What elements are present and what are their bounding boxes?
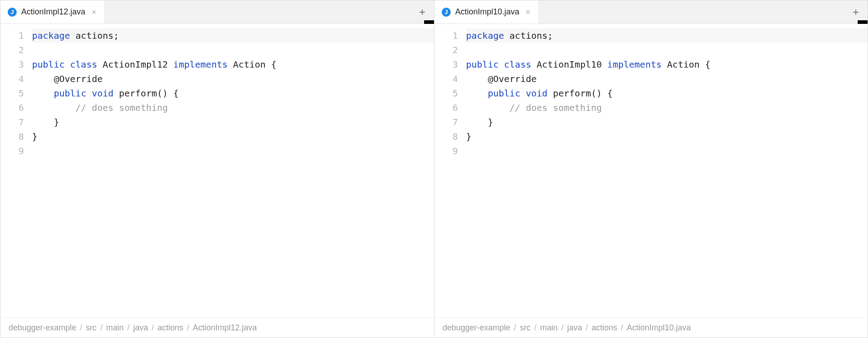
code-line[interactable] — [32, 43, 434, 57]
tab-filename: ActionImpl12.java — [21, 7, 85, 17]
token: public void — [488, 88, 553, 99]
breadcrumb-separator: / — [514, 323, 516, 333]
line-number: 3 — [0, 57, 24, 72]
token: } — [466, 131, 471, 142]
code-editor[interactable]: 123456789package actions;public class Ac… — [434, 24, 868, 318]
editor-tab[interactable]: JActionImpl10.java× — [434, 0, 539, 23]
code-line[interactable]: public class ActionImpl10 implements Act… — [466, 57, 868, 72]
line-number: 6 — [0, 100, 24, 115]
token: ActionImpl10 — [537, 59, 608, 70]
breadcrumb-segment[interactable]: main — [106, 323, 124, 333]
token: implements — [173, 59, 233, 70]
breadcrumb-separator: / — [152, 323, 154, 333]
breadcrumb: debugger-example/src/main/java/actions/A… — [0, 318, 434, 338]
breadcrumb-segment[interactable]: debugger-example — [443, 323, 510, 333]
code-line[interactable]: // does something — [32, 100, 434, 115]
code-area[interactable]: package actions;public class ActionImpl1… — [466, 28, 868, 318]
breadcrumb-separator: / — [187, 323, 189, 333]
line-number: 5 — [434, 86, 458, 100]
code-line[interactable]: } — [32, 129, 434, 144]
editor-pane: JActionImpl10.java×+123456789package act… — [434, 0, 868, 338]
token: @Override — [32, 73, 103, 84]
token: public void — [54, 88, 119, 99]
code-line[interactable]: public void perform() { — [32, 86, 434, 100]
token: // does something — [75, 102, 168, 113]
token: } — [32, 117, 59, 128]
line-number: 7 — [434, 115, 458, 129]
breadcrumb-separator: / — [80, 323, 82, 333]
code-line[interactable]: package actions; — [32, 28, 434, 43]
token: } — [466, 117, 493, 128]
token: ActionImpl12 — [103, 59, 174, 70]
token — [32, 102, 75, 113]
token: @Override — [466, 73, 537, 84]
token: actions; — [75, 30, 119, 41]
breadcrumb-segment[interactable]: actions — [591, 323, 617, 333]
token: perform() { — [553, 88, 613, 99]
token: package — [466, 30, 509, 41]
breadcrumb-segment[interactable]: main — [540, 323, 558, 333]
line-number: 8 — [0, 129, 24, 144]
line-number: 4 — [434, 72, 458, 86]
token: actions; — [509, 30, 553, 41]
token: } — [32, 131, 37, 142]
token — [466, 88, 488, 99]
breadcrumb-separator: / — [100, 323, 102, 333]
code-line[interactable]: @Override — [32, 72, 434, 86]
close-icon[interactable]: × — [524, 8, 531, 16]
token: public class — [466, 59, 537, 70]
breadcrumb-separator: / — [586, 323, 588, 333]
code-area[interactable]: package actions;public class ActionImpl1… — [32, 28, 434, 318]
line-gutter: 123456789 — [434, 28, 466, 318]
token: perform() { — [119, 88, 179, 99]
line-number: 3 — [434, 57, 458, 72]
line-number: 2 — [0, 43, 24, 57]
breadcrumb-segment[interactable]: debugger-example — [9, 323, 76, 333]
token: package — [32, 30, 75, 41]
breadcrumb-separator: / — [127, 323, 129, 333]
breadcrumb-segment[interactable]: src — [86, 323, 97, 333]
java-file-icon: J — [8, 8, 17, 17]
token — [466, 102, 509, 113]
token — [32, 88, 54, 99]
split-handle[interactable] — [424, 20, 434, 24]
breadcrumb-segment[interactable]: java — [133, 323, 148, 333]
code-line[interactable]: @Override — [466, 72, 868, 86]
token: Action { — [667, 59, 711, 70]
tab-bar: JActionImpl10.java×+ — [434, 0, 868, 24]
tab-filename: ActionImpl10.java — [455, 7, 519, 17]
breadcrumb-segment[interactable]: java — [567, 323, 582, 333]
breadcrumb-segment[interactable]: src — [520, 323, 531, 333]
breadcrumb-segment[interactable]: ActionImpl12.java — [193, 323, 257, 333]
close-icon[interactable]: × — [90, 8, 97, 16]
code-line[interactable]: } — [466, 129, 868, 144]
split-handle[interactable] — [858, 20, 868, 24]
editor-tab[interactable]: JActionImpl12.java× — [0, 0, 105, 23]
code-line[interactable] — [466, 43, 868, 57]
line-number: 1 — [434, 28, 458, 43]
line-gutter: 123456789 — [0, 28, 32, 318]
editor-pane: JActionImpl12.java×+123456789package act… — [0, 0, 434, 338]
code-line[interactable]: } — [32, 115, 434, 129]
line-number: 6 — [434, 100, 458, 115]
line-number: 1 — [0, 28, 24, 43]
line-number: 5 — [0, 86, 24, 100]
code-line[interactable] — [466, 144, 868, 158]
code-line[interactable]: } — [466, 115, 868, 129]
breadcrumb-segment[interactable]: actions — [157, 323, 183, 333]
code-line[interactable]: package actions; — [466, 28, 868, 43]
code-editor[interactable]: 123456789package actions;public class Ac… — [0, 24, 434, 318]
code-line[interactable] — [32, 144, 434, 158]
breadcrumb-segment[interactable]: ActionImpl10.java — [627, 323, 691, 333]
line-number: 9 — [0, 144, 24, 158]
breadcrumb: debugger-example/src/main/java/actions/A… — [434, 318, 868, 338]
line-number: 4 — [0, 72, 24, 86]
breadcrumb-separator: / — [561, 323, 563, 333]
code-line[interactable]: public class ActionImpl12 implements Act… — [32, 57, 434, 72]
java-file-icon: J — [442, 8, 451, 17]
code-line[interactable]: public void perform() { — [466, 86, 868, 100]
line-number: 8 — [434, 129, 458, 144]
breadcrumb-separator: / — [534, 323, 536, 333]
code-line[interactable]: // does something — [466, 100, 868, 115]
tab-bar: JActionImpl12.java×+ — [0, 0, 434, 24]
